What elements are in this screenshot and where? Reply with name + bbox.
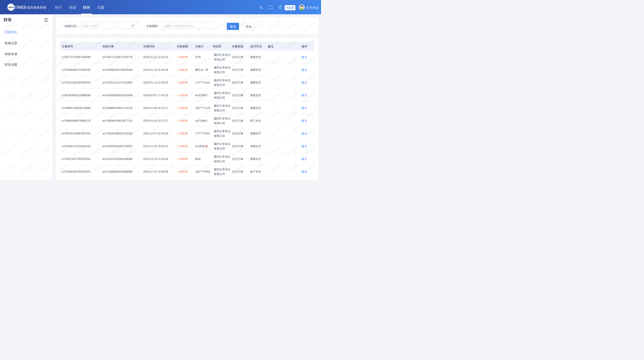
svg-text:100: 100 bbox=[205, 145, 208, 147]
svg-text:crmeb: crmeb bbox=[8, 6, 14, 8]
